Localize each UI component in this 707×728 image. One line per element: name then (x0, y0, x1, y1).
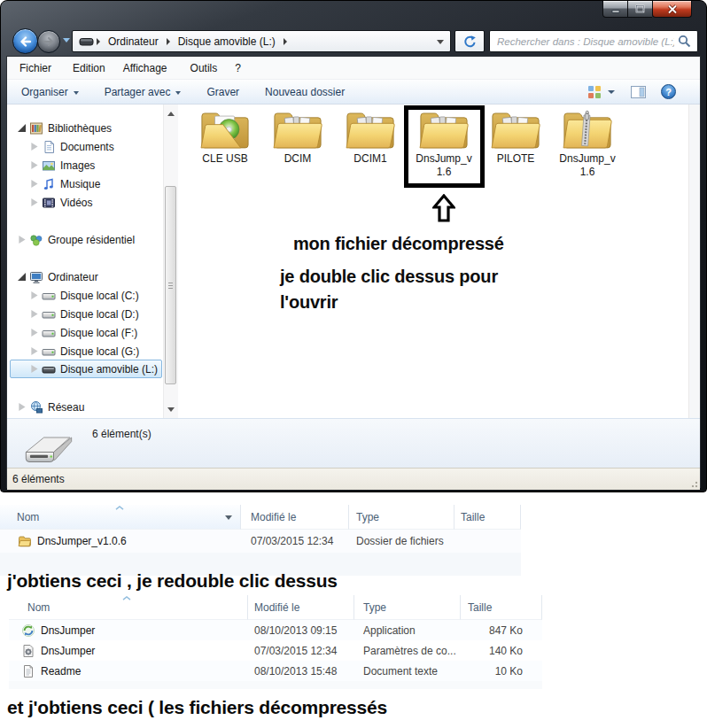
sidebar-item-bibliotheques[interactable]: Bibliothèques (18, 119, 112, 137)
menu-outils[interactable]: Outils (189, 59, 220, 77)
expand-triangle-icon[interactable] (30, 347, 38, 355)
cell-name: DnsJumper_v1.0.6 (0, 530, 241, 553)
sidebar-item-videos[interactable]: Vidéos (30, 193, 92, 212)
recent-pages-dropdown-icon[interactable] (63, 38, 70, 43)
folder-item-dcim[interactable]: DCIM (261, 110, 334, 193)
folder-item-cle-usb[interactable]: CLE USB (189, 110, 261, 193)
chevron-right-icon (284, 38, 287, 45)
folder-item-pilote[interactable]: PILOTE (479, 110, 552, 193)
column-header-taille[interactable]: Taille (461, 595, 542, 620)
folder-item-dnsjump-zip[interactable]: DnsJump_v 1.6 (551, 110, 624, 193)
partager-label: Partager avec (105, 86, 171, 98)
column-header-taille[interactable]: Taille (454, 505, 521, 530)
collapse-triangle-icon[interactable] (18, 124, 26, 132)
table-row[interactable]: DnsJumper 08/10/2013 09:15 Application 8… (9, 620, 542, 640)
breadcrumb-item-disque-amovible[interactable]: Disque amovible (L:) (172, 35, 282, 48)
column-header-modifie[interactable]: Modifié le (241, 505, 349, 530)
table-row[interactable]: DnsJumper_v1.0.6 07/03/2015 12:34 Dossie… (0, 530, 521, 553)
expand-triangle-icon[interactable] (30, 198, 38, 206)
main-scrollbar[interactable] (688, 105, 700, 418)
menu-affichage[interactable]: Affichage (121, 59, 169, 77)
cell-modified: 07/03/2015 12:34 (248, 640, 354, 661)
table-row[interactable]: DnsJumper 07/03/2015 12:34 Paramètres de… (9, 640, 542, 661)
collapse-triangle-icon[interactable] (18, 273, 26, 281)
expand-triangle-icon[interactable] (30, 291, 38, 299)
sidebar-item-documents[interactable]: Documents (30, 137, 114, 156)
folder-item-dcim1[interactable]: DCIM1 (334, 110, 407, 193)
expand-triangle-icon[interactable] (30, 365, 38, 373)
table-header: Nom Modifié le Type Taille (0, 505, 521, 530)
expand-triangle-icon[interactable] (30, 329, 38, 337)
column-label: Modifié le (254, 601, 299, 614)
sidebar-item-label: Réseau (48, 401, 84, 414)
caption-2: et j'obtiens ceci ( les fichiers décompr… (7, 697, 387, 718)
sidebar-item-label: Musique (60, 178, 100, 190)
menu-aide[interactable]: ? (233, 59, 243, 77)
minimize-button[interactable] (602, 1, 628, 18)
sidebar-scrollbar[interactable] (163, 105, 178, 418)
sidebar-item-images[interactable]: Images (30, 156, 95, 174)
images-icon (42, 159, 56, 173)
preview-pane-button[interactable] (631, 86, 646, 98)
menu-edition[interactable]: Edition (71, 59, 107, 77)
folder-label: DnsJump_v 1.6 (416, 152, 471, 178)
expand-triangle-icon[interactable] (30, 310, 38, 318)
column-label: Modifié le (251, 511, 296, 523)
sidebar-item-reseau[interactable]: Réseau (18, 398, 84, 416)
breadcrumb-item-ordinateur[interactable]: Ordinateur (102, 35, 165, 48)
menu-fichier[interactable]: Fichier (18, 59, 53, 77)
graver-button[interactable]: Graver (199, 82, 246, 102)
menu-bar: Fichier Edition Affichage Outils ? (7, 57, 700, 80)
breadcrumb[interactable]: Ordinateur Disque amovible (L:) (72, 30, 451, 52)
scrollbar-thumb[interactable] (165, 186, 176, 384)
views-dropdown-icon[interactable] (608, 90, 615, 94)
sidebar-item-disque-g[interactable]: Disque local (G:) (30, 342, 139, 360)
views-button[interactable] (588, 86, 601, 98)
status-bar: 6 éléments (7, 468, 700, 490)
column-header-nom[interactable]: Nom (0, 505, 241, 530)
sidebar-item-disque-amovible[interactable]: Disque amovible (L:) (10, 360, 162, 378)
computer-icon (29, 270, 43, 284)
search-icon[interactable] (678, 35, 691, 48)
expand-triangle-icon[interactable] (30, 180, 38, 188)
scroll-up-button[interactable] (164, 106, 178, 120)
removable-disk-icon (42, 362, 56, 376)
sidebar-item-label: Disque local (D:) (60, 308, 139, 321)
sidebar-item-disque-f[interactable]: Disque local (F:) (30, 323, 137, 342)
expand-triangle-icon[interactable] (30, 161, 38, 169)
close-button[interactable] (652, 1, 692, 18)
column-header-type[interactable]: Type (354, 595, 461, 620)
help-button[interactable]: ? (661, 84, 676, 99)
column-header-modifie[interactable]: Modifié le (248, 595, 354, 620)
column-header-type[interactable]: Type (349, 505, 454, 530)
refresh-button[interactable] (454, 30, 485, 52)
folder-icon (418, 110, 470, 151)
maximize-button[interactable] (628, 1, 652, 18)
partager-avec-button[interactable]: Partager avec (97, 82, 189, 102)
nouveau-dossier-button[interactable]: Nouveau dossier (258, 82, 352, 102)
folder-item-dnsjump[interactable]: DnsJump_v 1.6 (408, 110, 480, 193)
sidebar-item-groupe-residentiel[interactable]: Groupe résidentiel (18, 230, 135, 249)
annotation-line2: je double clic dessus pour (280, 267, 498, 287)
drive-icon (79, 36, 95, 47)
breadcrumb-dropdown-icon[interactable] (437, 40, 444, 44)
back-button[interactable] (12, 28, 38, 54)
expand-triangle-icon[interactable] (18, 403, 26, 411)
organiser-button[interactable]: Organiser (14, 82, 86, 102)
cell-type: Application (354, 620, 461, 640)
forward-button[interactable] (37, 30, 60, 53)
sidebar-item-disque-d[interactable]: Disque local (D:) (30, 305, 139, 323)
table-header: Nom Modifié le Type Taille (9, 595, 542, 620)
expand-triangle-icon[interactable] (18, 236, 26, 244)
column-header-nom[interactable]: Nom (9, 595, 248, 620)
table-row[interactable]: Readme 08/10/2013 15:48 Document texte 1… (9, 661, 542, 681)
config-file-icon (21, 644, 35, 658)
expand-triangle-icon[interactable] (30, 143, 38, 151)
search-input[interactable] (490, 32, 678, 50)
scroll-down-button[interactable] (164, 402, 178, 416)
sidebar-item-disque-c[interactable]: Disque local (C:) (30, 286, 139, 305)
sidebar-item-musique[interactable]: Musique (30, 174, 100, 193)
sidebar-item-ordinateur[interactable]: Ordinateur (18, 267, 98, 286)
filter-dropdown-icon[interactable] (225, 515, 232, 520)
command-toolbar: Organiser Partager avec Graver Nouveau d… (7, 80, 700, 105)
